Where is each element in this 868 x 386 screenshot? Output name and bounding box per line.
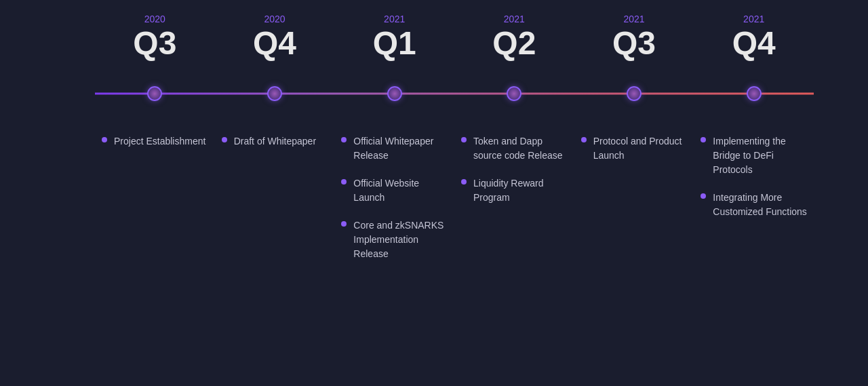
- year-label-2: 2021: [384, 14, 405, 24]
- list-item: Core and zkSNARKS Implementation Release: [341, 218, 448, 261]
- milestone-text: Core and zkSNARKS Implementation Release: [353, 218, 448, 261]
- quarter-label-5: Q4: [732, 27, 776, 60]
- content-col-3: Token and Dapp source code ReleaseLiquid…: [454, 134, 574, 275]
- year-label-1: 2020: [264, 14, 285, 24]
- year-label-5: 2021: [743, 14, 764, 24]
- year-label-0: 2020: [144, 14, 165, 24]
- list-item: Project Establishment: [102, 134, 208, 149]
- timeline-line-wrapper: [95, 80, 814, 107]
- node-wrapper-3: [454, 86, 574, 101]
- content-row: Project EstablishmentDraft of Whitepaper…: [27, 134, 841, 275]
- milestone-text: Token and Dapp source code Release: [473, 134, 568, 163]
- node-wrapper-1: [215, 86, 335, 101]
- quarter-label-1: Q4: [253, 27, 296, 60]
- milestone-text: Official Whitepaper Release: [353, 134, 448, 163]
- quarter-label-2: Q1: [373, 27, 416, 60]
- quarter-col-3: 2021Q2: [454, 14, 574, 60]
- milestone-text: Official Website Launch: [353, 176, 448, 205]
- milestone-text: Liquidity Reward Program: [473, 176, 568, 205]
- quarter-label-3: Q2: [492, 27, 536, 60]
- list-item: Protocol and Product Launch: [581, 134, 688, 163]
- timeline-node-5: [747, 86, 762, 101]
- timeline-node-1: [267, 86, 282, 101]
- node-wrapper-0: [95, 86, 215, 101]
- quarter-label-4: Q3: [612, 27, 656, 60]
- milestone-text: Protocol and Product Launch: [593, 134, 688, 163]
- quarter-col-0: 2020Q3: [95, 14, 215, 60]
- timeline-nodes: [95, 86, 814, 101]
- list-item: Integrating More Customized Functions: [701, 191, 807, 219]
- timeline-node-4: [627, 86, 642, 101]
- quarter-col-5: 2021Q4: [694, 14, 814, 60]
- milestone-text: Implementing the Bridge to DeFi Protocol…: [713, 134, 807, 177]
- quarter-col-2: 2021Q1: [334, 14, 454, 60]
- year-label-4: 2021: [623, 14, 644, 24]
- milestone-text: Draft of Whitepaper: [234, 134, 316, 149]
- bullet-icon: [341, 179, 347, 185]
- bullet-icon: [341, 137, 347, 142]
- milestone-text: Project Establishment: [114, 134, 205, 149]
- content-col-0: Project Establishment: [95, 134, 215, 275]
- node-wrapper-4: [574, 86, 694, 101]
- timeline-node-3: [507, 86, 521, 101]
- node-wrapper-2: [334, 86, 454, 101]
- content-col-4: Protocol and Product Launch: [574, 134, 694, 275]
- bullet-icon: [461, 137, 467, 142]
- milestone-text: Integrating More Customized Functions: [713, 191, 807, 219]
- quarters-row: 2020Q32020Q42021Q12021Q22021Q32021Q4: [27, 0, 841, 60]
- year-label-3: 2021: [504, 14, 525, 24]
- bullet-icon: [102, 137, 107, 142]
- bullet-icon: [701, 193, 706, 199]
- bullet-icon: [341, 221, 347, 227]
- timeline-node-0: [147, 86, 162, 101]
- list-item: Official Website Launch: [341, 176, 448, 205]
- content-col-5: Implementing the Bridge to DeFi Protocol…: [694, 134, 814, 275]
- bullet-icon: [461, 179, 467, 185]
- node-wrapper-5: [694, 86, 814, 101]
- bullet-icon: [581, 137, 587, 142]
- list-item: Official Whitepaper Release: [341, 134, 448, 163]
- timeline-container: 2020Q32020Q42021Q12021Q22021Q32021Q4 Pro…: [0, 0, 868, 386]
- list-item: Liquidity Reward Program: [461, 176, 568, 205]
- list-item: Draft of Whitepaper: [222, 134, 328, 149]
- bullet-icon: [701, 137, 706, 142]
- content-col-1: Draft of Whitepaper: [215, 134, 335, 275]
- timeline-node-2: [387, 86, 402, 101]
- quarter-col-4: 2021Q3: [574, 14, 694, 60]
- list-item: Implementing the Bridge to DeFi Protocol…: [701, 134, 807, 177]
- quarter-label-0: Q3: [133, 27, 176, 60]
- quarter-col-1: 2020Q4: [215, 14, 335, 60]
- bullet-icon: [222, 137, 227, 142]
- list-item: Token and Dapp source code Release: [461, 134, 568, 163]
- content-col-2: Official Whitepaper ReleaseOfficial Webs…: [334, 134, 454, 275]
